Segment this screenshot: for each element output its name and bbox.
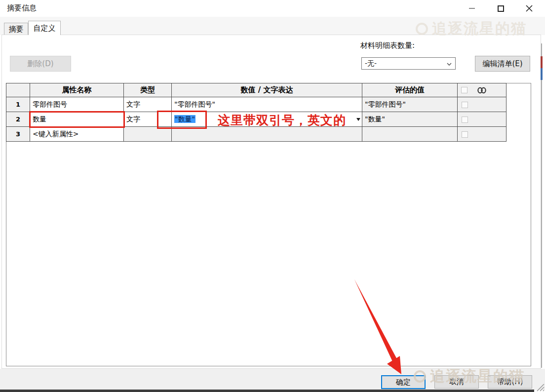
minimize-button[interactable] (462, 0, 482, 17)
ok-button[interactable]: 确定 (381, 375, 426, 389)
row3-property-name[interactable]: <键入新属性> (30, 127, 124, 142)
row3-number: 3 (6, 127, 30, 142)
chevron-down-icon (446, 60, 452, 71)
dropdown-arrow-icon[interactable] (356, 118, 360, 121)
right-edge-red-accent (541, 56, 543, 68)
tab-strip: 摘要 自定义 (0, 17, 545, 35)
row3-link-checkbox[interactable] (462, 131, 468, 138)
close-icon (525, 4, 533, 12)
edit-list-button[interactable]: 编辑清单(E) (475, 56, 530, 72)
link-header-checkbox[interactable] (461, 87, 467, 93)
bom-quantity-select[interactable]: -无- (361, 57, 456, 70)
tab-summary[interactable]: 摘要 (4, 23, 28, 35)
col-header-rownum (6, 83, 30, 97)
link-icon (477, 87, 487, 94)
titlebar: 摘要信息 (0, 0, 545, 17)
col-header-link (458, 83, 506, 97)
row1-type[interactable]: 文字 (124, 97, 172, 112)
right-edge-blue-accent (541, 68, 543, 80)
table-row: 1 零部件图号 文字 "零部件图号" "零部件图号" (6, 97, 506, 112)
col-header-type: 类型 (124, 83, 172, 97)
properties-table: 属性名称 类型 数值 / 文字表达 评估的值 1 零部 (6, 83, 531, 366)
row1-link-cell (458, 97, 506, 112)
right-edge-line (541, 43, 542, 368)
row2-evaluated-value: "数量" (362, 112, 458, 127)
bottom-edge-strip (0, 390, 534, 392)
table-row: 3 <键入新属性> (6, 127, 506, 142)
row3-evaluated-value (362, 127, 458, 142)
delete-button[interactable]: 删除(D) (10, 56, 71, 72)
row2-type[interactable]: 文字 (124, 112, 172, 127)
row2-link-cell (458, 112, 506, 127)
col-header-expression: 数值 / 文字表达 (172, 83, 362, 97)
dialog-title: 摘要信息 (7, 3, 37, 13)
resize-grip-icon (533, 380, 545, 392)
row1-evaluated-value: "零部件图号" (362, 97, 458, 112)
maximize-icon (498, 5, 504, 12)
col-header-evaluated: 评估的值 (362, 83, 458, 97)
help-button[interactable]: 帮助(H) (488, 375, 532, 389)
tab-custom[interactable]: 自定义 (28, 21, 61, 35)
row1-expression[interactable]: "零部件图号" (172, 97, 362, 112)
row1-number: 1 (6, 97, 30, 112)
table-header-row: 属性名称 类型 数值 / 文字表达 评估的值 (6, 83, 506, 97)
row2-expression-selected-text: "数量" (174, 115, 195, 123)
row1-link-checkbox[interactable] (462, 102, 468, 108)
row2-expression[interactable]: "数量" (172, 112, 362, 127)
resize-grip[interactable] (533, 380, 545, 392)
table-row: 2 数量 文字 "数量" "数量" (6, 112, 506, 127)
summary-info-dialog: 摘要信息 摘要 自定义 删除(D) 材料明细表数量: -无- 编辑清单(E) (0, 0, 545, 392)
row1-property-name[interactable]: 零部件图号 (30, 97, 124, 112)
cancel-button[interactable]: 取消 (434, 375, 479, 389)
row2-property-name[interactable]: 数量 (30, 112, 124, 127)
close-button[interactable] (519, 0, 539, 17)
bom-quantity-value: -无- (365, 59, 377, 67)
row3-expression[interactable] (172, 127, 362, 142)
row2-link-checkbox[interactable] (462, 117, 468, 123)
maximize-button[interactable] (491, 0, 510, 17)
row3-link-cell (458, 127, 506, 142)
minimize-icon (469, 8, 475, 9)
row3-type[interactable] (124, 127, 172, 142)
col-header-property-name: 属性名称 (30, 83, 124, 97)
row2-number: 2 (6, 112, 30, 127)
bom-quantity-label: 材料明细表数量: (360, 41, 415, 50)
